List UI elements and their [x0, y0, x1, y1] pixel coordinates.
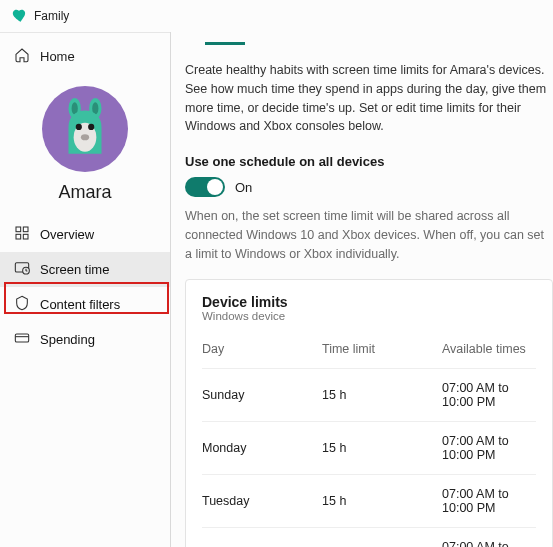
table-row[interactable]: Sunday15 h07:00 AM to 10:00 PM: [202, 368, 536, 421]
overview-icon: [14, 225, 30, 244]
svg-point-6: [88, 124, 94, 130]
table-header: Day Time limit Available times: [202, 336, 536, 368]
home-label: Home: [40, 49, 75, 64]
avatar: [42, 86, 128, 172]
toggle-description: When on, the set screen time limit will …: [185, 207, 553, 263]
schedule-toggle[interactable]: [185, 177, 225, 197]
sidebar-item-label: Screen time: [40, 262, 109, 277]
device-limits-card: Device limits Windows device Day Time li…: [185, 279, 553, 547]
home-icon: [14, 47, 30, 66]
table-row[interactable]: Wednesday15 h07:00 AM to 10:00 PM: [202, 527, 536, 547]
nav-list: Overview Screen time Content filters: [0, 217, 170, 357]
main-content: Create healthy habits with screen time l…: [171, 32, 553, 547]
spending-icon: [14, 330, 30, 349]
card-subtitle: Windows device: [202, 310, 536, 322]
table-body: Sunday15 h07:00 AM to 10:00 PMMonday15 h…: [202, 368, 536, 547]
sidebar-item-overview[interactable]: Overview: [0, 217, 170, 252]
card-title: Device limits: [202, 294, 536, 310]
sidebar-item-spending[interactable]: Spending: [0, 322, 170, 357]
app-title: Family: [34, 9, 69, 23]
cell-day: Monday: [202, 441, 322, 455]
sidebar-item-label: Overview: [40, 227, 94, 242]
tab-indicator: [205, 42, 245, 45]
svg-point-5: [76, 124, 82, 130]
table-row[interactable]: Tuesday15 h07:00 AM to 10:00 PM: [202, 474, 536, 527]
sidebar: Home Amara: [0, 32, 170, 357]
cell-available: 07:00 AM to 10:00 PM: [442, 487, 536, 515]
sidebar-item-label: Spending: [40, 332, 95, 347]
svg-point-7: [81, 134, 89, 140]
toggle-state-label: On: [235, 180, 252, 195]
svg-rect-14: [15, 334, 28, 342]
cell-limit: 15 h: [322, 494, 442, 508]
svg-rect-9: [23, 227, 28, 232]
cell-available: 07:00 AM to 10:00 PM: [442, 540, 536, 547]
table-row[interactable]: Monday15 h07:00 AM to 10:00 PM: [202, 421, 536, 474]
cell-limit: 15 h: [322, 441, 442, 455]
col-header-limit: Time limit: [322, 342, 442, 356]
person-name: Amara: [58, 182, 111, 203]
profile-block: Amara: [0, 86, 170, 203]
home-nav[interactable]: Home: [0, 39, 170, 74]
col-header-available: Available times: [442, 342, 536, 356]
svg-rect-8: [16, 227, 21, 232]
sidebar-item-screen-time[interactable]: Screen time: [0, 252, 170, 287]
schedule-label: Use one schedule on all devices: [185, 154, 553, 169]
cell-available: 07:00 AM to 10:00 PM: [442, 381, 536, 409]
cell-day: Sunday: [202, 388, 322, 402]
cell-day: Tuesday: [202, 494, 322, 508]
svg-rect-11: [23, 234, 28, 239]
shield-icon: [14, 295, 30, 314]
screen-time-icon: [14, 260, 30, 279]
titlebar: Family: [0, 0, 553, 32]
cell-limit: 15 h: [322, 388, 442, 402]
svg-rect-10: [16, 234, 21, 239]
intro-text: Create healthy habits with screen time l…: [185, 61, 553, 136]
sidebar-item-label: Content filters: [40, 297, 120, 312]
cell-available: 07:00 AM to 10:00 PM: [442, 434, 536, 462]
sidebar-item-content-filters[interactable]: Content filters: [0, 287, 170, 322]
family-heart-icon: [10, 6, 28, 27]
col-header-day: Day: [202, 342, 322, 356]
